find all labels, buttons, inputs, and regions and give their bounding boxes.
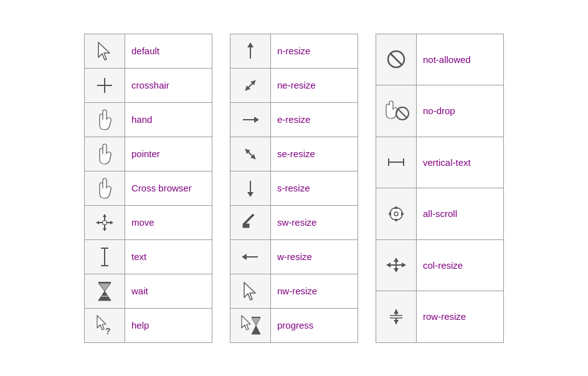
icon-cell-col-resize [376,239,417,291]
svg-marker-21 [97,316,106,330]
icon-cell-hand [85,102,125,137]
table-row: move [85,205,212,239]
label-wait: wait [125,274,212,308]
label-w-resize: w-resize [271,239,358,274]
svg-line-45 [391,54,402,65]
table-row: e-resize [230,102,358,137]
icon-cell-sw-resize [230,205,271,239]
icon-cell-row-resize [376,291,417,343]
table-row: nw-resize [230,274,358,308]
svg-marker-11 [110,221,113,224]
table-row: w-resize [230,239,358,274]
label-se-resize: se-resize [271,137,358,171]
tables-container: default crosshair [72,21,516,355]
icon-cell-text [85,239,125,274]
label-n-resize: n-resize [271,34,358,68]
svg-marker-61 [394,258,399,262]
label-row-resize: row-resize [417,291,504,343]
label-col-resize: col-resize [417,239,504,291]
icon-cell-progress [230,308,271,342]
table-row: progress [230,308,358,342]
icon-cell-move [85,205,125,239]
icon-cell-pointer [85,137,125,171]
label-s-resize: s-resize [271,171,358,205]
table-row: wait [85,274,212,308]
icon-cell-all-scroll [376,188,417,240]
svg-marker-34 [247,192,254,197]
icon-cell-default [85,34,125,68]
icon-cell-not-allowed [376,34,417,85]
icon-cell-w-resize [230,239,271,274]
svg-marker-35 [243,214,254,228]
icon-cell-help: ? [85,308,125,342]
label-sw-resize: sw-resize [271,205,358,239]
svg-text:?: ? [105,326,111,336]
table-row: col-resize [376,239,504,291]
svg-marker-18 [98,283,111,291]
icon-cell-e-resize [230,102,271,137]
cursor-table-3: not-allowed no-drop [376,34,504,343]
table-row: s-resize [230,171,358,205]
svg-point-51 [390,208,402,220]
table-row: pointer [85,137,212,171]
svg-marker-0 [98,42,110,60]
icon-cell-crosshair [85,68,125,102]
cursor-table-1: default crosshair [84,34,212,343]
icon-cell-s-resize [230,171,271,205]
svg-marker-43 [252,325,260,334]
svg-marker-29 [254,117,259,123]
svg-marker-37 [242,254,247,260]
table-row: se-resize [230,137,358,171]
label-hand: hand [125,102,212,137]
label-pointer: pointer [125,137,212,171]
cursor-table-2: n-resize ne-resize [230,34,358,343]
svg-line-47 [398,109,407,118]
table-row: crosshair [85,68,212,102]
table-row: ? help [85,308,212,342]
label-ne-resize: ne-resize [271,68,358,102]
svg-rect-12 [103,221,107,224]
table-row: n-resize [230,34,358,68]
table-row: not-allowed [376,34,504,85]
svg-marker-10 [96,221,99,224]
icon-cell-n-resize [230,34,271,68]
svg-marker-62 [394,268,399,272]
table-row: vertical-text [376,137,504,188]
icon-cell-se-resize [230,137,271,171]
icon-cell-vertical-text [376,137,417,188]
label-nw-resize: nw-resize [271,274,358,308]
label-default: default [125,34,212,68]
icon-cell-ne-resize [230,68,271,102]
svg-marker-59 [386,263,391,268]
table-row: Cross browser [85,171,212,205]
svg-marker-8 [103,214,107,217]
icon-cell-nw-resize [230,274,271,308]
label-no-drop: no-drop [417,85,504,137]
label-progress: progress [271,308,358,342]
label-cross-browser: Cross browser [125,171,212,205]
label-not-allowed: not-allowed [417,34,504,85]
table-row: no-drop [376,85,504,137]
table-row: default [85,34,212,68]
label-vertical-text: vertical-text [417,137,504,188]
table-row: ne-resize [230,68,358,102]
label-move: move [125,205,212,239]
label-help: help [125,308,212,342]
table-row: row-resize [376,291,504,343]
table-row: text [85,239,212,274]
table-row: sw-resize [230,205,358,239]
table-row: hand [85,102,212,137]
label-all-scroll: all-scroll [417,188,504,240]
svg-marker-60 [402,263,406,268]
svg-marker-42 [252,317,260,325]
icon-cell-cross-browser [85,171,125,205]
label-crosshair: crosshair [125,68,212,102]
svg-marker-9 [103,228,107,231]
label-text: text [125,239,212,274]
label-e-resize: e-resize [271,102,358,137]
icon-cell-no-drop [376,85,417,137]
icon-cell-wait [85,274,125,308]
svg-marker-24 [247,42,254,47]
svg-marker-38 [244,282,255,300]
table-row: all-scroll [376,188,504,240]
